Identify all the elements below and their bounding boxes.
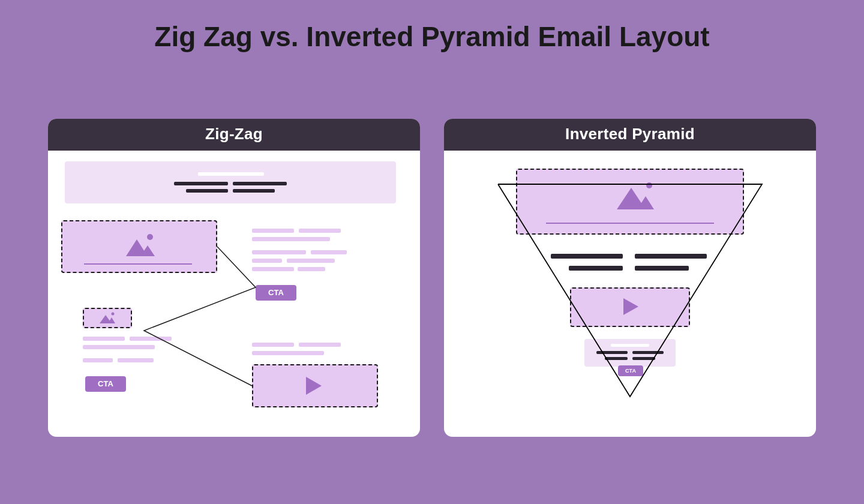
svg-point-2 bbox=[147, 234, 153, 240]
hero-block bbox=[65, 161, 396, 203]
txt-l2-l5 bbox=[118, 358, 154, 362]
pyramid-txt-white bbox=[611, 344, 649, 347]
hero-line1 bbox=[174, 182, 228, 185]
pyramid-cta: CTA bbox=[618, 365, 643, 376]
txt-r1-l7 bbox=[287, 259, 335, 263]
panels-row: Zig-Zag bbox=[0, 53, 864, 437]
txt-l2-l4 bbox=[83, 358, 113, 362]
pyramid-txt-s3 bbox=[605, 357, 628, 360]
txt-r1-l5 bbox=[311, 250, 347, 254]
ptxt-l4 bbox=[635, 266, 689, 271]
zigzag-body: CTA CTA bbox=[48, 151, 420, 437]
txt-r1-l2 bbox=[299, 229, 341, 233]
mountain-icon-pyramid bbox=[606, 178, 660, 214]
pyramid-body: CTA bbox=[444, 151, 816, 437]
cta-button-1: CTA bbox=[256, 285, 296, 301]
panel-header-pyramid: Inverted Pyramid bbox=[444, 119, 816, 151]
mountain-icon-small bbox=[95, 310, 120, 326]
panel-zigzag: Zig-Zag bbox=[48, 119, 420, 437]
svg-marker-10 bbox=[623, 298, 638, 315]
svg-point-5 bbox=[112, 313, 115, 316]
mountain-icon bbox=[114, 231, 162, 261]
hero-whiteline bbox=[198, 172, 264, 176]
pyramid-txt-s4 bbox=[632, 357, 655, 360]
pyramid-image-underline bbox=[546, 223, 714, 224]
txt-r1-l6 bbox=[252, 259, 282, 263]
cta-button-2: CTA bbox=[85, 376, 126, 392]
ptxt-l1 bbox=[551, 254, 623, 259]
svg-marker-6 bbox=[306, 377, 322, 395]
txt-r1-l8 bbox=[252, 267, 294, 271]
ptxt-l3 bbox=[569, 266, 623, 271]
panel-pyramid: Inverted Pyramid bbox=[444, 119, 816, 437]
panel-header-zigzag: Zig-Zag bbox=[48, 119, 420, 151]
play-icon bbox=[302, 374, 326, 398]
hero-line3 bbox=[186, 189, 228, 193]
txt-r2-l1 bbox=[252, 343, 294, 347]
page-title: Zig Zag vs. Inverted Pyramid Email Layou… bbox=[0, 0, 864, 53]
pyramid-txt-s1 bbox=[596, 351, 628, 354]
txt-r2-l3 bbox=[252, 351, 324, 355]
play-icon-pyramid bbox=[620, 296, 642, 318]
svg-point-9 bbox=[646, 182, 652, 188]
txt-r2-l2 bbox=[299, 343, 341, 347]
txt-r1-l1 bbox=[252, 229, 294, 233]
txt-l2-l1 bbox=[83, 337, 125, 341]
hero-line2 bbox=[233, 182, 287, 185]
pyramid-txt-s2 bbox=[632, 351, 664, 354]
txt-l2-l3 bbox=[83, 345, 155, 349]
txt-r1-l9 bbox=[298, 267, 325, 271]
ptxt-l2 bbox=[635, 254, 707, 259]
txt-r1-l3 bbox=[252, 237, 330, 241]
image1-underline bbox=[84, 263, 192, 265]
txt-l2-l2 bbox=[130, 337, 172, 341]
hero-line4 bbox=[233, 189, 275, 193]
txt-r1-l4 bbox=[252, 250, 306, 254]
